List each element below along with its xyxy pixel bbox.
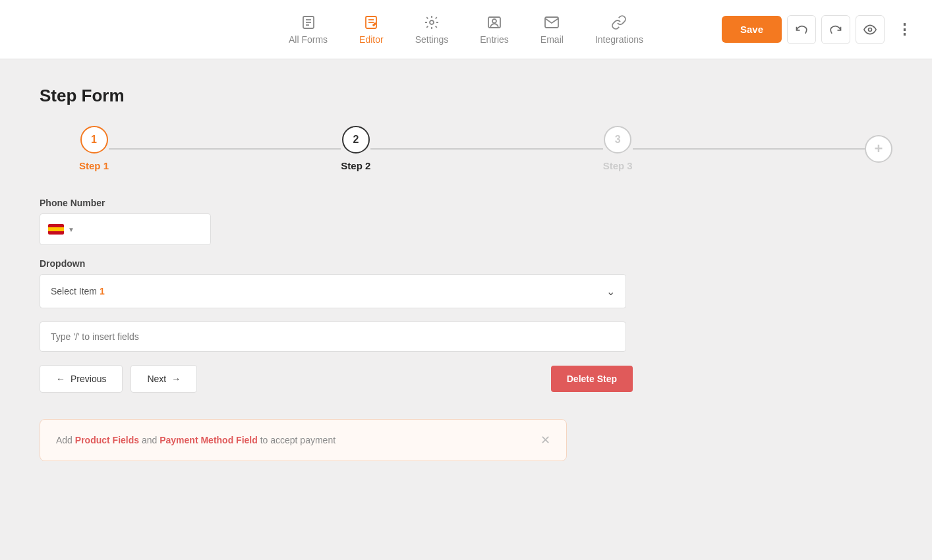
nav-label-settings: Settings xyxy=(415,34,449,45)
next-label: Next xyxy=(147,374,166,384)
nav-item-editor[interactable]: Editor xyxy=(346,8,397,51)
step-1-circle[interactable]: 1 xyxy=(80,126,108,154)
step-action-buttons: ← Previous Next → Delete Step xyxy=(40,365,633,393)
page-title: Step Form xyxy=(40,86,892,106)
save-button[interactable]: Save xyxy=(722,16,782,43)
banner-prefix: Add xyxy=(56,435,75,445)
step-2-number: 2 xyxy=(353,134,359,146)
svg-point-7 xyxy=(430,20,434,24)
banner-and: and xyxy=(139,435,160,445)
svg-point-10 xyxy=(869,28,872,31)
banner-close-button[interactable]: ✕ xyxy=(540,434,550,446)
add-step-group[interactable]: + xyxy=(865,135,892,163)
dropdown-selected-text: Select Item 1 xyxy=(51,286,105,296)
previous-label: Previous xyxy=(71,374,106,384)
phone-input-wrapper[interactable]: ▼ xyxy=(40,213,211,245)
connector-2-3 xyxy=(370,148,602,150)
phone-field-group: Phone Number ▼ xyxy=(40,198,633,245)
country-flag-icon xyxy=(48,224,64,235)
banner-product-fields[interactable]: Product Fields xyxy=(75,435,139,445)
step-2-circle[interactable]: 2 xyxy=(342,126,370,154)
settings-icon xyxy=(424,14,440,30)
step-2-group[interactable]: 2 Step 2 xyxy=(341,126,370,171)
dropdown-label: Dropdown xyxy=(40,258,633,269)
redo-button[interactable] xyxy=(821,15,850,44)
connector-3-plus xyxy=(633,148,865,150)
undo-icon xyxy=(795,23,808,36)
top-navigation: All Forms Editor Settings xyxy=(0,0,932,59)
entries-icon xyxy=(486,14,502,30)
insert-field-input[interactable] xyxy=(40,322,626,352)
integrations-icon xyxy=(611,14,627,30)
next-button[interactable]: Next → xyxy=(131,365,197,393)
step-1-label: Step 1 xyxy=(79,160,109,171)
nav-item-settings[interactable]: Settings xyxy=(402,8,462,51)
dropdown-chevron-icon: ⌄ xyxy=(606,285,615,298)
step-1-number: 1 xyxy=(91,134,97,146)
flag-dropdown-arrow[interactable]: ▼ xyxy=(68,226,74,233)
nav-label-entries: Entries xyxy=(480,34,509,45)
banner-text: Add Product Fields and Payment Method Fi… xyxy=(56,435,335,445)
add-step-circle[interactable]: + xyxy=(865,135,892,163)
form-area: Phone Number ▼ Dropdown Select Item 1 ⌄ xyxy=(40,198,633,393)
insert-field-group xyxy=(40,322,633,352)
connector-1-2 xyxy=(109,148,341,150)
step-3-number: 3 xyxy=(615,134,621,146)
nav-label-all-forms: All Forms xyxy=(289,34,328,45)
nav-label-email: Email xyxy=(540,34,564,45)
nav-item-email[interactable]: Email xyxy=(527,8,577,51)
step-3-circle[interactable]: 3 xyxy=(604,126,631,154)
right-arrow-icon: → xyxy=(171,374,181,384)
form-icon xyxy=(301,14,316,30)
editor-icon xyxy=(363,14,379,30)
step-2-label: Step 2 xyxy=(341,160,370,171)
nav-item-all-forms[interactable]: All Forms xyxy=(276,8,341,51)
redo-icon xyxy=(829,23,842,36)
nav-item-integrations[interactable]: Integrations xyxy=(582,8,656,51)
nav-items-group: All Forms Editor Settings xyxy=(276,8,656,51)
nav-label-integrations: Integrations xyxy=(595,34,643,45)
step-3-group[interactable]: 3 Step 3 xyxy=(603,126,633,171)
banner-suffix: to accept payment xyxy=(258,435,335,445)
dropdown-select[interactable]: Select Item 1 ⌄ xyxy=(40,274,626,308)
main-content: Step Form 1 Step 1 2 Step 2 3 Step 3 xyxy=(0,59,932,488)
phone-number-input[interactable] xyxy=(78,224,202,235)
payment-banner: Add Product Fields and Payment Method Fi… xyxy=(40,419,567,461)
nav-label-editor: Editor xyxy=(359,34,384,45)
svg-point-9 xyxy=(492,19,496,23)
undo-button[interactable] xyxy=(787,15,816,44)
email-icon xyxy=(544,14,560,30)
left-arrow-icon: ← xyxy=(56,374,65,384)
delete-step-button[interactable]: Delete Step xyxy=(551,366,633,392)
previous-button[interactable]: ← Previous xyxy=(40,365,123,393)
step-indicator: 1 Step 1 2 Step 2 3 Step 3 + xyxy=(40,126,892,171)
step-1-group[interactable]: 1 Step 1 xyxy=(79,126,109,171)
phone-label: Phone Number xyxy=(40,198,633,208)
nav-right-actions: Save ⋮ xyxy=(722,15,919,44)
eye-icon xyxy=(863,23,877,36)
more-options-button[interactable]: ⋮ xyxy=(890,15,919,44)
banner-payment-field[interactable]: Payment Method Field xyxy=(160,435,258,445)
preview-button[interactable] xyxy=(856,15,885,44)
nav-item-entries[interactable]: Entries xyxy=(467,8,522,51)
dropdown-field-group: Dropdown Select Item 1 ⌄ xyxy=(40,258,633,308)
step-3-label: Step 3 xyxy=(603,160,633,171)
dropdown-item-number: 1 xyxy=(100,286,105,296)
